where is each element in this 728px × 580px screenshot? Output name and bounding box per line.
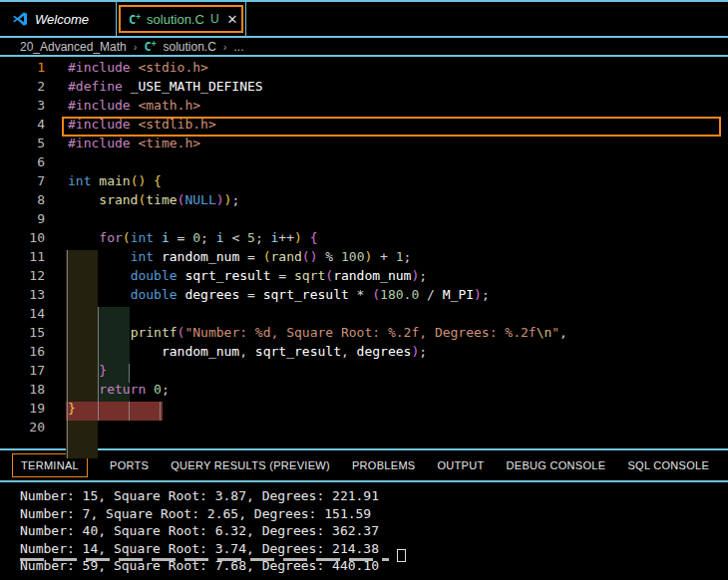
code-text: }	[68, 361, 107, 380]
line-number: 1	[0, 58, 62, 77]
code-editor[interactable]: 1#include <stdio.h>2#define _USE_MATH_DE…	[0, 57, 728, 448]
line-number: 20	[0, 418, 62, 436]
terminal-line: Number: 40, Square Root: 6.32, Degrees: …	[20, 522, 728, 540]
code-text: double degrees = sqrt_result * (180.0 / …	[68, 285, 490, 304]
panel-tab-output[interactable]: OUTPUT	[437, 459, 484, 471]
close-icon[interactable]: ✕	[227, 12, 238, 27]
code-line[interactable]: 6	[0, 152, 728, 171]
code-lines: 1#include <stdio.h>2#define _USE_MATH_DE…	[0, 58, 728, 436]
code-text: #include <time.h>	[68, 134, 200, 152]
terminal-clipped-line	[20, 558, 389, 575]
vscode-logo-icon	[12, 11, 28, 27]
code-text: #include <stdio.h>	[68, 58, 208, 77]
code-text: #include <math.h>	[68, 96, 200, 115]
vscode-window: Welcome C+ solution.C U ✕ 20_Advanced_Ma…	[0, 0, 728, 580]
terminal-line: Number: 14, Square Root: 3.74, Degrees: …	[20, 540, 728, 558]
code-text: for(int i = 0; i < 5; i++) {	[68, 228, 318, 247]
code-line[interactable]: 18 return 0;	[0, 380, 728, 399]
line-number: 11	[0, 247, 62, 266]
breadcrumb-file[interactable]: solution.C	[163, 40, 215, 54]
panel-tab-query-results-preview[interactable]: QUERY RESULTS (PREVIEW)	[171, 459, 330, 471]
line-number: 6	[0, 152, 62, 171]
panel-tab-sql-console[interactable]: SQL CONSOLE	[627, 459, 709, 471]
code-text: }	[68, 399, 76, 418]
line-number: 15	[0, 323, 62, 342]
code-line[interactable]: 12 double sqrt_result = sqrt(random_num)…	[0, 266, 728, 285]
line-number: 13	[0, 285, 62, 304]
code-line[interactable]: 16 random_num, sqrt_result, degrees);	[0, 342, 728, 361]
breadcrumb-folder[interactable]: 20_Advanced_Math	[20, 40, 127, 54]
terminal-line: Number: 15, Square Root: 3.87, Degrees: …	[20, 487, 728, 505]
c-file-icon: C+	[144, 39, 156, 54]
code-line[interactable]: 14	[0, 304, 728, 323]
tab-solution-wrap: C+ solution.C U ✕	[117, 2, 246, 36]
breadcrumb: 20_Advanced_Math › C+ solution.C › ...	[0, 38, 728, 57]
terminal-output[interactable]: Number: 15, Square Root: 3.87, Degrees: …	[0, 482, 728, 578]
code-line[interactable]: 13 double degrees = sqrt_result * (180.0…	[0, 285, 728, 304]
code-text: double sqrt_result = sqrt(random_num);	[68, 266, 427, 285]
tab-welcome[interactable]: Welcome	[0, 2, 117, 36]
line-number: 10	[0, 228, 62, 247]
bottom-panel: TERMINALPORTSQUERY RESULTS (PREVIEW)PROB…	[0, 448, 728, 578]
code-text: random_num, sqrt_result, degrees);	[68, 342, 427, 361]
code-line[interactable]: 1#include <stdio.h>	[0, 58, 728, 77]
code-line[interactable]: 9	[0, 209, 728, 228]
code-text: return 0;	[68, 380, 170, 399]
tab-solution[interactable]: C+ solution.C U ✕	[119, 5, 243, 33]
code-line[interactable]: 4#include <stdlib.h>	[0, 115, 728, 134]
editor-tab-bar: Welcome C+ solution.C U ✕	[0, 2, 728, 38]
panel-tab-ports[interactable]: PORTS	[110, 459, 149, 471]
line-number: 19	[0, 399, 62, 418]
line-number: 4	[0, 115, 62, 134]
code-line[interactable]: 5#include <time.h>	[0, 134, 728, 152]
panel-tab-debug-console[interactable]: DEBUG CONSOLE	[507, 459, 606, 471]
line-number: 12	[0, 266, 62, 285]
line-number: 7	[0, 171, 62, 190]
line-number: 17	[0, 361, 62, 380]
code-line[interactable]: 2#define _USE_MATH_DEFINES	[0, 77, 728, 96]
chevron-right-icon: ›	[134, 41, 138, 53]
panel-tab-problems[interactable]: PROBLEMS	[352, 459, 416, 471]
line-number: 14	[0, 304, 62, 323]
code-text: srand(time(NULL));	[68, 190, 239, 209]
line-number: 16	[0, 342, 62, 361]
breadcrumb-more[interactable]: ...	[234, 40, 244, 54]
chevron-right-icon: ›	[223, 41, 227, 53]
code-text: int main() {	[68, 171, 162, 190]
code-line[interactable]: 20	[0, 418, 728, 436]
git-untracked-badge: U	[210, 12, 219, 26]
c-file-icon: C+	[129, 12, 141, 27]
code-line[interactable]: 10 for(int i = 0; i < 5; i++) {	[0, 228, 728, 247]
code-line[interactable]: 19}	[0, 399, 728, 418]
code-text: int random_num = (rand() % 100) + 1;	[68, 247, 411, 266]
line-number: 2	[0, 77, 62, 96]
line-number: 9	[0, 209, 62, 228]
tab-welcome-label: Welcome	[35, 12, 89, 27]
code-line[interactable]: 11 int random_num = (rand() % 100) + 1;	[0, 247, 728, 266]
code-line[interactable]: 8 srand(time(NULL));	[0, 190, 728, 209]
line-number: 18	[0, 380, 62, 399]
line-number: 3	[0, 96, 62, 115]
code-text: #define _USE_MATH_DEFINES	[68, 77, 263, 96]
code-line[interactable]: 7int main() {	[0, 171, 728, 190]
terminal-line: Number: 7, Square Root: 2.65, Degrees: 1…	[20, 505, 728, 523]
line-number: 8	[0, 190, 62, 209]
line-number: 5	[0, 134, 62, 152]
code-line[interactable]: 15 printf("Number: %d, Square Root: %.2f…	[0, 323, 728, 342]
terminal-cursor	[397, 549, 406, 562]
code-text: #include <stdlib.h>	[68, 115, 216, 134]
tab-solution-label: solution.C	[147, 12, 204, 27]
code-line[interactable]: 3#include <math.h>	[0, 96, 728, 115]
panel-tab-bar: TERMINALPORTSQUERY RESULTS (PREVIEW)PROB…	[0, 450, 728, 482]
code-line[interactable]: 17 }	[0, 361, 728, 380]
code-text: printf("Number: %d, Square Root: %.2f, D…	[68, 323, 567, 342]
